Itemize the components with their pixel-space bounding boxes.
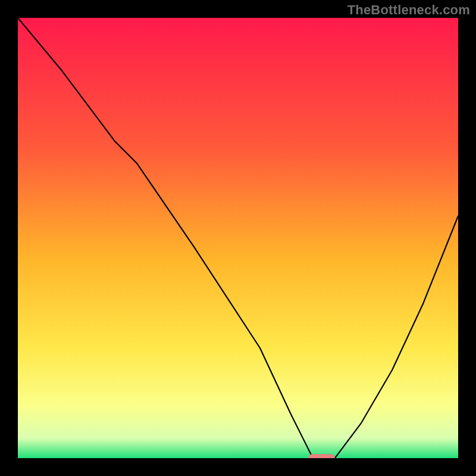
optimal-marker	[308, 454, 334, 458]
chart-frame: TheBottleneck.com	[0, 0, 476, 476]
watermark-text: TheBottleneck.com	[347, 2, 470, 18]
bottleneck-chart	[18, 18, 458, 458]
plot-area	[18, 18, 458, 458]
gradient-background	[18, 18, 458, 458]
